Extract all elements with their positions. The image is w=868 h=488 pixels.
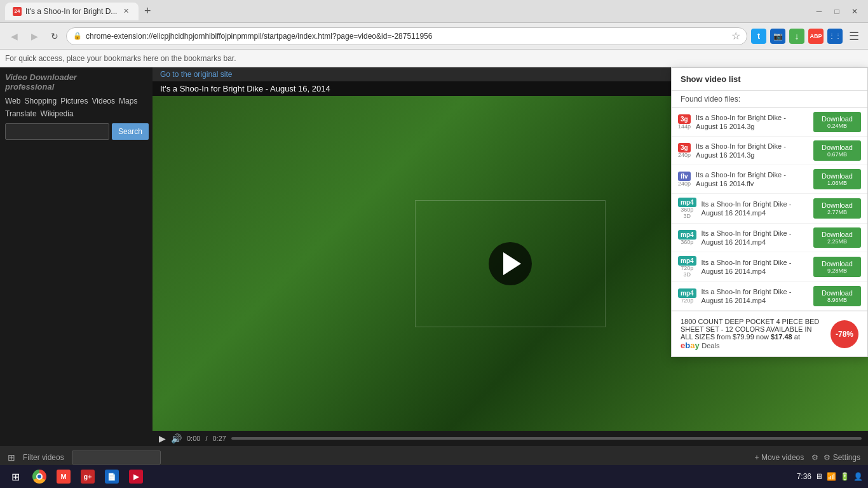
adblock-icon: ABP	[808, 29, 824, 44]
format-badge-mp4-720-3d: mp4 720p 3D	[678, 256, 696, 278]
vd-logo-subtitle: professional	[5, 82, 147, 92]
volume-button[interactable]: 🔊	[171, 433, 182, 444]
vd-navigation: Web Shopping Pictures Videos Maps Transl…	[5, 97, 147, 118]
discount-badge: -78%	[831, 320, 858, 348]
nav-wikipedia[interactable]: Wikipedia	[41, 109, 74, 118]
vd-search-input[interactable]	[5, 123, 109, 140]
download-button-7[interactable]: Download8.96MB	[813, 286, 861, 306]
taskbar-gmail-icon[interactable]: M	[53, 466, 74, 487]
download-button-5[interactable]: Download2.25MB	[813, 227, 861, 248]
download-button-1[interactable]: Download0.24MB	[813, 112, 861, 132]
maximize-button[interactable]: □	[829, 3, 845, 20]
vd-search-box: Search	[5, 123, 147, 140]
video-item: 3g 144p Its a Shoo-In for Bright Dike - …	[672, 108, 867, 137]
browser-tab[interactable]: 24 It's a Shoo-In for Bright D... ✕	[5, 3, 139, 20]
twitter-extension-icon[interactable]: t	[750, 27, 768, 45]
ad-new-price: $17.48	[771, 333, 792, 341]
resolution-label: 720p	[678, 297, 696, 304]
menu-button[interactable]: ☰	[845, 27, 863, 45]
download-button-4[interactable]: Download2.77MB	[813, 198, 861, 219]
resolution-label: 720p	[678, 265, 696, 271]
settings-button[interactable]: ⚙ ⚙ Settings	[811, 453, 860, 462]
go-to-original-link[interactable]: Go to the original site	[160, 70, 232, 79]
minimize-button[interactable]: ─	[811, 3, 827, 20]
video-title-text: It's a Shoo-In for Bright Dike - August …	[160, 84, 330, 93]
download-button-3[interactable]: Download1.06MB	[813, 169, 861, 189]
popup-header: Show video list	[672, 68, 867, 91]
chrome-toolbar: ◀ ▶ ↻ 🔒 chrome-extension://elicpjhcidhpj…	[0, 23, 868, 50]
taskbar-google-plus-icon[interactable]: g+	[78, 466, 98, 487]
nav-videos[interactable]: Videos	[92, 97, 115, 105]
address-bar[interactable]: 🔒 chrome-extension://elicpjhcidhpjomhibi…	[66, 27, 747, 45]
video-filename: Its a Shoo-In for Bright Dike - August 1…	[696, 113, 808, 132]
resolution-label: 240p	[678, 180, 691, 187]
vd-logo: Video Downloader professional	[5, 72, 147, 92]
popup-header-text: Show video list	[681, 74, 741, 84]
url-text: chrome-extension://elicpjhcidhpjomhibiff…	[86, 32, 728, 41]
taskbar-wifi-icon: 📶	[827, 472, 836, 481]
reload-button[interactable]: ↻	[46, 27, 64, 45]
taskbar-apps-button[interactable]: ⊞	[5, 466, 25, 487]
adblock-extension-icon[interactable]: ABP	[807, 27, 825, 45]
video-filename: Its a Shoo-In for Bright Dike - August 1…	[696, 170, 808, 189]
vd-search-button[interactable]: Search	[112, 123, 149, 140]
ebay-ad-text: 1800 COUNT DEEP POCKET 4 PIECE BED SHEET…	[681, 318, 824, 350]
video-item: mp4 360p 3D Its a Shoo-In for Bright Dik…	[672, 194, 867, 224]
tab-close-button[interactable]: ✕	[121, 6, 131, 17]
format-badge-3g-240: 3g 240p	[678, 143, 691, 158]
taskbar-system-area: 7:36 🖥 📶 🔋 👤	[797, 472, 863, 481]
security-icon: 🔒	[73, 32, 82, 40]
extra-label: 3D	[678, 271, 696, 278]
chrome-titlebar: 24 It's a Shoo-In for Bright D... ✕ + ─ …	[0, 0, 868, 23]
forward-button[interactable]: ▶	[25, 27, 43, 45]
download-button-6[interactable]: Download9.28MB	[813, 257, 861, 277]
resolution-label: 360p	[678, 239, 696, 245]
filter-videos-input[interactable]	[72, 451, 161, 464]
ad-at-text: at	[794, 333, 800, 341]
play-button[interactable]	[489, 242, 532, 285]
new-tab-button[interactable]: +	[139, 3, 156, 20]
vd-sidebar: Video Downloader professional Web Shoppi…	[0, 67, 153, 446]
settings-label: ⚙ Settings	[821, 453, 860, 462]
download-button-2[interactable]: Download0.67MB	[813, 140, 861, 161]
vd-logo-title: Video Downloader	[5, 72, 147, 82]
format-label: mp4	[678, 198, 696, 207]
nav-translate[interactable]: Translate	[5, 109, 37, 118]
grid-extension-icon[interactable]: ⋮⋮	[826, 27, 844, 45]
taskbar-user-icon: 👤	[853, 472, 863, 481]
extra-label: 3D	[678, 213, 696, 219]
popup-container: Show video list Found video files: 3g 14…	[671, 67, 868, 446]
tab-title: It's a Shoo-In for Bright D...	[25, 7, 117, 16]
nav-shopping[interactable]: Shopping	[24, 97, 57, 105]
format-badge-3g-144: 3g 144p	[678, 114, 691, 130]
ebay-logo: ebay	[681, 341, 702, 350]
back-button[interactable]: ◀	[5, 27, 23, 45]
popup-subheader: Found video files:	[672, 91, 867, 108]
toolbar-extension-icons: t 📷 ↓ ABP ⋮⋮ ☰	[750, 27, 863, 45]
bookmark-star-icon[interactable]: ☆	[731, 30, 740, 42]
bookmarks-hint-text: For quick access, place your bookmarks h…	[5, 54, 236, 63]
format-label: 3g	[678, 114, 691, 124]
format-label: flv	[678, 172, 691, 181]
taskbar-chrome-icon[interactable]	[29, 466, 50, 487]
video-item: mp4 720p 3D Its a Shoo-In for Bright Dik…	[672, 252, 867, 282]
nav-web[interactable]: Web	[5, 97, 20, 105]
close-button[interactable]: ✕	[846, 3, 863, 20]
current-time: 0:00	[187, 435, 200, 442]
nav-maps[interactable]: Maps	[119, 97, 137, 105]
video-downloader-extension-icon[interactable]: ↓	[788, 27, 806, 45]
taskbar-youtube-icon[interactable]: ▶	[126, 466, 146, 487]
taskbar-battery-icon: 🔋	[840, 472, 850, 481]
window-controls: ─ □ ✕	[811, 3, 863, 20]
video-item: 3g 240p Its a Shoo-In for Bright Dike - …	[672, 137, 867, 165]
play-pause-button[interactable]: ▶	[159, 433, 166, 444]
screenshot-extension-icon[interactable]: 📷	[769, 27, 787, 45]
format-label: mp4	[678, 230, 696, 240]
popup-subheader-text: Found video files:	[681, 95, 740, 104]
move-videos-button[interactable]: + Move videos	[755, 453, 804, 462]
total-time: 0:27	[212, 435, 226, 442]
format-badge-mp4-720: mp4 720p	[678, 288, 696, 304]
nav-pictures[interactable]: Pictures	[60, 97, 88, 105]
taskbar-docs-icon[interactable]: 📄	[102, 466, 122, 487]
tab-favicon: 24	[13, 7, 22, 16]
